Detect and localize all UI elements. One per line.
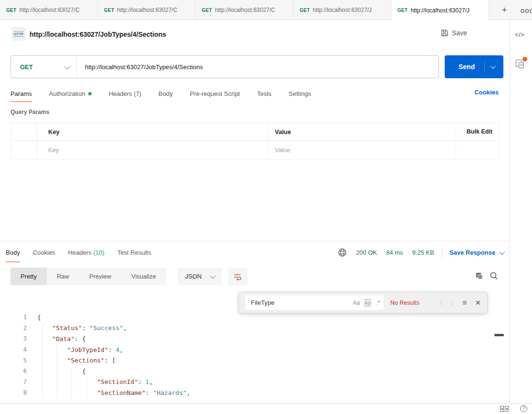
view-tab-visualize[interactable]: Visualize <box>121 268 166 285</box>
line-number: 8 <box>0 389 27 396</box>
code-snippet-icon[interactable]: </> <box>515 31 524 38</box>
response-tabs: BodyCookiesHeaders(10)Test Results <box>6 241 151 264</box>
indent-guide <box>72 366 72 398</box>
code-line: 7 "SectionId": 1, <box>0 377 506 388</box>
query-param-row <box>10 141 499 160</box>
code-line: 4 "JobTypeId": 4, <box>0 344 506 355</box>
tab-pre-request-script[interactable]: Pre-request Script <box>190 84 240 103</box>
browser-tab[interactable]: GEThttp://localhost:63027/C <box>196 0 293 20</box>
browser-tab[interactable]: GEThttp://localhost:63027/C <box>98 0 196 20</box>
tab-headers-[interactable]: Headers (7) <box>109 84 142 103</box>
method-label: GET <box>20 63 33 71</box>
copy-response-button[interactable] <box>475 271 484 280</box>
scrollbar-thumb[interactable] <box>494 334 504 336</box>
browser-tab[interactable]: GEThttp://localhost:63027/C <box>0 0 98 20</box>
line-number: 3 <box>0 335 27 342</box>
network-globe-icon[interactable] <box>338 248 347 257</box>
send-label: Send <box>459 63 475 71</box>
method-dropdown[interactable]: GET <box>11 56 77 78</box>
send-options-chevron-icon[interactable] <box>490 63 496 69</box>
tab-tests[interactable]: Tests <box>257 84 271 103</box>
tab-authorization[interactable]: Authorization <box>49 84 92 103</box>
response-tab-body[interactable]: Body <box>6 241 20 264</box>
toggle-panels-icon[interactable] <box>500 406 509 412</box>
code-line: 6 { <box>0 366 506 377</box>
tab-label: Cookies <box>33 249 55 256</box>
response-size[interactable]: 9.25 KB <box>412 249 434 256</box>
response-body-editor[interactable]: 1{2 "Status": "Success",3 "Data": {4 "Jo… <box>0 312 506 403</box>
save-response-button[interactable]: Save Response <box>449 249 503 256</box>
find-filter-lines-icon[interactable]: ≡ <box>462 299 467 307</box>
url-input[interactable] <box>77 63 438 71</box>
indent-guide <box>86 377 87 398</box>
status-badge[interactable]: 200 OK <box>356 249 377 256</box>
search-icon <box>490 271 499 280</box>
value-column-header: Value <box>275 128 291 135</box>
wrap-text-button[interactable] <box>228 268 247 285</box>
tab-params[interactable]: Params <box>10 84 32 103</box>
find-next-icon[interactable]: ↓ <box>451 299 455 307</box>
response-tab-headers[interactable]: Headers(10) <box>68 241 104 264</box>
query-params-heading: Query Params <box>10 109 49 115</box>
help-icon[interactable]: ? <box>520 405 527 412</box>
code-text: "Sections": [ <box>37 357 115 364</box>
tab-settings[interactable]: Settings <box>289 84 311 103</box>
param-value-input[interactable] <box>275 146 447 154</box>
line-number: 7 <box>0 379 27 385</box>
tab-label: Tests <box>257 90 271 97</box>
line-number: 1 <box>0 314 27 321</box>
format-dropdown[interactable]: JSON <box>177 268 222 285</box>
code-text: "SectionName": "Hazards", <box>37 389 190 396</box>
browser-tab[interactable]: GEThttp://localhost:63027/J <box>391 0 489 21</box>
tab-label: Params <box>10 90 32 97</box>
browser-tab[interactable]: GEThttp://localhost:63027/J <box>293 0 391 20</box>
find-previous-icon[interactable]: ↑ <box>439 299 443 307</box>
tab-label: Body <box>158 90 173 97</box>
header-count: (10) <box>94 249 104 256</box>
tab-options-icon[interactable]: ooo <box>519 0 532 20</box>
find-input[interactable] <box>251 299 348 306</box>
close-find-icon[interactable]: ✕ <box>475 299 481 307</box>
cookies-link[interactable]: Cookies <box>474 89 499 96</box>
param-key-input[interactable] <box>48 146 256 154</box>
search-response-button[interactable] <box>490 271 499 280</box>
http-request-icon: HTTP <box>11 27 26 41</box>
view-tab-preview[interactable]: Preview <box>79 268 121 285</box>
response-tab-cookies[interactable]: Cookies <box>33 241 55 264</box>
code-text: "Status": "Success", <box>37 324 127 331</box>
response-time[interactable]: 84 ms <box>386 249 403 256</box>
tab-label: Headers (7) <box>109 90 142 97</box>
right-sidebar: </> <box>509 21 532 403</box>
code-line: 2 "Status": "Success", <box>0 323 506 334</box>
authorized-dot <box>88 92 92 95</box>
tab-label: Headers <box>68 249 92 256</box>
chevron-down-icon <box>500 249 505 254</box>
regex-icon[interactable]: .* <box>376 299 380 306</box>
bulk-edit-button[interactable]: Bulk Edit <box>467 128 492 135</box>
send-split-divider <box>484 61 485 73</box>
indent-guide <box>57 344 57 398</box>
save-button[interactable]: Save <box>441 29 467 37</box>
tab-body[interactable]: Body <box>158 84 173 103</box>
new-tab-button[interactable]: + <box>496 0 512 20</box>
row-select-cell <box>11 141 37 159</box>
response-view-switcher: PrettyRawPreviewVisualize <box>10 268 166 285</box>
documentation-icon[interactable] <box>516 59 525 69</box>
save-response-label: Save Response <box>449 249 495 256</box>
send-button[interactable]: Send <box>445 55 503 78</box>
request-tabs: ParamsAuthorizationHeaders (7)BodyPre-re… <box>10 84 311 103</box>
indent-guide <box>42 323 42 398</box>
find-bar: Aa Abl .* No Results ↑ ↓ ≡ ✕ <box>239 292 488 313</box>
view-tab-raw[interactable]: Raw <box>47 268 79 285</box>
response-tab-test-results[interactable]: Test Results <box>117 241 151 264</box>
tab-url-label: http://localhost:63027/C <box>19 7 79 13</box>
copy-icon <box>475 271 484 280</box>
match-case-icon[interactable]: Aa <box>353 300 360 306</box>
tab-url-label: http://localhost:63027/J <box>313 7 371 13</box>
notification-dot <box>522 57 527 62</box>
request-tab-bar: GEThttp://localhost:63027/CGEThttp://loc… <box>0 0 532 20</box>
view-tab-pretty[interactable]: Pretty <box>10 268 47 285</box>
key-column-header: Key <box>48 128 60 135</box>
code-text: { <box>37 314 41 321</box>
whole-word-icon[interactable]: Abl <box>364 300 371 306</box>
